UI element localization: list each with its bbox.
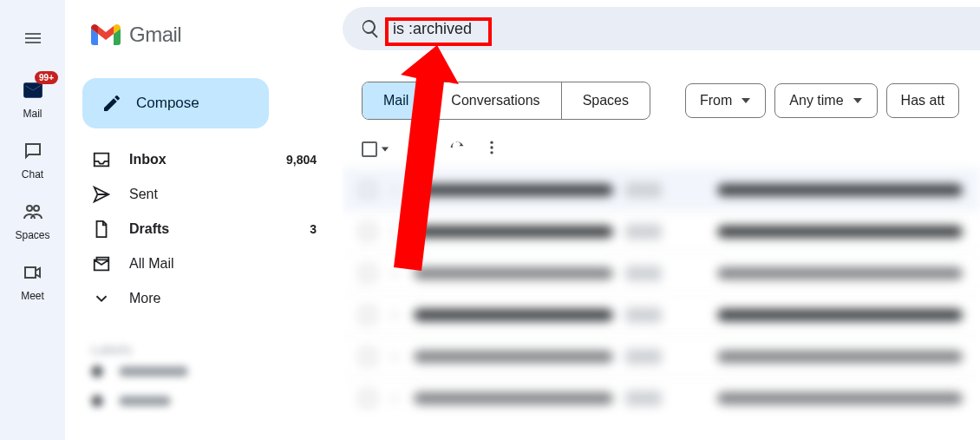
- label-item[interactable]: [65, 386, 343, 416]
- main-menu-button[interactable]: [12, 17, 54, 59]
- chevron-down-icon: [92, 289, 111, 308]
- svg-point-1: [34, 206, 39, 211]
- rail-item-chat[interactable]: Chat: [0, 137, 65, 181]
- rail-item-spaces[interactable]: Spaces: [0, 198, 65, 241]
- label-chip: [625, 307, 662, 323]
- app-rail: 99+ Mail Chat Spaces Meet: [0, 0, 65, 440]
- star-icon[interactable]: ☆: [388, 347, 402, 366]
- row-checkbox[interactable]: [360, 307, 376, 323]
- label-item[interactable]: [65, 357, 343, 386]
- message-row[interactable]: ☆: [343, 210, 980, 252]
- list-toolbar: [343, 132, 980, 168]
- rail-label: Chat: [22, 168, 43, 181]
- sender: [414, 351, 613, 363]
- folder-count: 9,804: [286, 153, 317, 167]
- label-chip: [625, 391, 662, 406]
- folder-inbox[interactable]: Inbox 9,804: [65, 142, 343, 177]
- more-vert-icon: [483, 139, 500, 156]
- select-all-checkbox[interactable]: [362, 141, 389, 157]
- subject: [717, 226, 963, 238]
- filter-label: Any time: [789, 93, 843, 108]
- message-row[interactable]: ☆: [343, 377, 980, 418]
- filter-from[interactable]: From: [685, 83, 766, 118]
- svg-point-2: [490, 141, 493, 144]
- checkbox-icon: [362, 141, 377, 157]
- sidebar: Gmail Compose Inbox 9,804 Sent Drafts 3 …: [65, 0, 343, 440]
- segment-spaces[interactable]: Spaces: [562, 82, 650, 119]
- row-checkbox[interactable]: [360, 391, 376, 406]
- folder-drafts[interactable]: Drafts 3: [65, 212, 343, 246]
- filter-anytime[interactable]: Any time: [774, 83, 877, 118]
- menu-icon: [23, 28, 43, 49]
- row-checkbox[interactable]: [360, 266, 376, 281]
- message-row[interactable]: ☆: [343, 293, 980, 335]
- sender: [414, 184, 613, 196]
- segment-conversations[interactable]: Conversations: [430, 82, 561, 119]
- compose-button[interactable]: Compose: [82, 78, 269, 128]
- sender: [414, 267, 613, 279]
- folder-label: All Mail: [129, 256, 317, 272]
- filter-label: Has att: [901, 93, 945, 108]
- search-bar[interactable]: [343, 7, 980, 50]
- star-icon[interactable]: ☆: [388, 222, 402, 241]
- pencil-icon: [101, 93, 122, 114]
- segment-mail[interactable]: Mail: [363, 82, 430, 119]
- compose-label: Compose: [136, 95, 199, 112]
- row-checkbox[interactable]: [360, 224, 376, 240]
- star-icon[interactable]: ☆: [388, 389, 402, 408]
- rail-item-mail[interactable]: 99+ Mail: [0, 76, 65, 120]
- folder-label: Sent: [129, 187, 317, 202]
- drafts-icon: [92, 220, 111, 239]
- search-input[interactable]: [393, 20, 740, 38]
- more-button[interactable]: [483, 139, 500, 160]
- subject: [717, 184, 963, 196]
- folder-more[interactable]: More: [65, 281, 343, 316]
- mail-badge: 99+: [35, 71, 58, 84]
- folder-label: Drafts: [129, 221, 310, 237]
- label-text: [119, 366, 188, 377]
- svg-point-0: [27, 206, 32, 211]
- row-checkbox[interactable]: [360, 182, 376, 198]
- folder-sent[interactable]: Sent: [65, 177, 343, 212]
- filter-label: From: [700, 93, 732, 108]
- search-icon: [360, 18, 381, 39]
- labels-header: Labels: [65, 342, 343, 357]
- folder-label: More: [129, 291, 317, 306]
- sender: [414, 392, 613, 404]
- app-name: Gmail: [129, 23, 181, 47]
- refresh-button[interactable]: [448, 139, 466, 160]
- message-row[interactable]: ☆: [343, 335, 980, 377]
- label-chip: [625, 224, 662, 240]
- spaces-icon: [23, 201, 43, 222]
- subject: [717, 309, 963, 321]
- sender: [414, 309, 613, 321]
- row-checkbox[interactable]: [360, 349, 376, 364]
- folder-label: Inbox: [129, 152, 286, 167]
- rail-label: Mail: [23, 108, 42, 120]
- chat-icon: [23, 141, 43, 161]
- filter-has-attachment[interactable]: Has att: [886, 83, 960, 118]
- sent-icon: [92, 185, 111, 204]
- star-icon[interactable]: ☆: [388, 181, 402, 200]
- label-chip: [625, 266, 662, 281]
- message-row[interactable]: ☆: [343, 168, 980, 210]
- inbox-icon: [92, 150, 111, 169]
- sender: [414, 226, 613, 238]
- label-chip: [625, 182, 662, 198]
- message-row[interactable]: ☆: [343, 252, 980, 293]
- caret-down-icon: [741, 95, 751, 106]
- star-icon[interactable]: ☆: [388, 305, 402, 325]
- caret-down-icon: [853, 95, 863, 106]
- rail-item-meet[interactable]: Meet: [0, 259, 65, 302]
- allmail-icon: [92, 254, 111, 273]
- result-type-segment: Mail Conversations Spaces: [362, 82, 650, 120]
- folder-count: 3: [310, 222, 317, 236]
- label-dot-icon: [91, 365, 103, 378]
- filter-chips-row: Mail Conversations Spaces From Any time …: [343, 69, 980, 132]
- rail-label: Meet: [21, 290, 44, 302]
- star-icon[interactable]: ☆: [388, 264, 402, 283]
- gmail-logo[interactable]: Gmail: [65, 13, 343, 56]
- folder-allmail[interactable]: All Mail: [65, 246, 343, 281]
- svg-point-4: [490, 151, 493, 154]
- gmail-logo-icon: [91, 23, 121, 46]
